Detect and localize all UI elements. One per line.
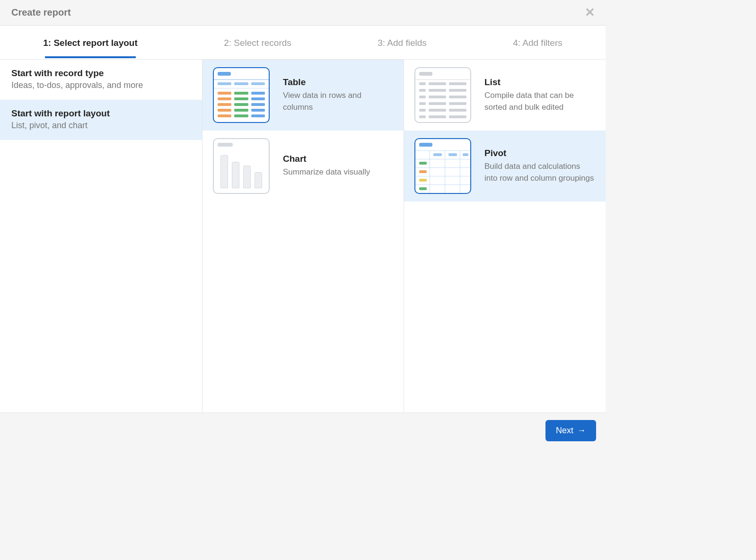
step-select-records[interactable]: 2: Select records — [219, 27, 296, 58]
modal-header: Create report ✕ — [0, 0, 606, 26]
start-mode-list: Start with record type Ideas, to-dos, ap… — [0, 60, 202, 412]
grid-filler — [202, 201, 404, 412]
option-record-type[interactable]: Start with record type Ideas, to-dos, ap… — [0, 60, 202, 100]
option-title: Start with report layout — [11, 108, 191, 119]
grid-filler — [404, 201, 606, 412]
create-report-modal: Create report ✕ 1: Select report layout … — [0, 0, 606, 448]
layout-grid: Table View data in rows and columns List… — [202, 60, 606, 412]
layout-title: Table — [283, 77, 393, 88]
option-title: Start with record type — [11, 68, 191, 79]
layout-title: List — [484, 77, 595, 88]
modal-footer: Next → — [0, 412, 606, 448]
option-report-layout[interactable]: Start with report layout List, pivot, an… — [0, 100, 202, 140]
step-add-filters[interactable]: 4: Add filters — [508, 27, 567, 58]
modal-body: Start with record type Ideas, to-dos, ap… — [0, 60, 606, 412]
layout-card-chart[interactable]: Chart Summarize data visually — [202, 131, 404, 201]
option-subtitle: List, pivot, and chart — [11, 121, 191, 131]
list-thumb-icon — [414, 67, 471, 123]
wizard-steps: 1: Select report layout 2: Select record… — [0, 26, 606, 60]
layout-card-pivot[interactable]: Pivot Build data and calculations into r… — [404, 131, 606, 201]
layout-desc: View data in rows and columns — [283, 89, 393, 114]
step-add-fields[interactable]: 3: Add fields — [373, 27, 431, 58]
close-icon[interactable]: ✕ — [583, 3, 597, 22]
modal-title: Create report — [11, 7, 71, 18]
layout-desc: Compile data that can be sorted and bulk… — [484, 89, 595, 114]
next-button[interactable]: Next → — [545, 420, 596, 441]
layout-desc: Build data and calculations into row and… — [484, 160, 595, 184]
option-subtitle: Ideas, to-dos, approvals, and more — [11, 80, 191, 90]
pivot-thumb-icon — [414, 138, 471, 194]
arrow-right-icon: → — [577, 426, 586, 436]
layout-title: Chart — [283, 154, 393, 164]
chart-thumb-icon — [213, 138, 270, 194]
layout-card-list[interactable]: List Compile data that can be sorted and… — [404, 60, 606, 131]
next-label: Next — [556, 426, 573, 436]
layout-title: Pivot — [484, 148, 595, 158]
layout-desc: Summarize data visually — [283, 166, 393, 178]
layout-card-table[interactable]: Table View data in rows and columns — [202, 60, 404, 131]
step-select-layout[interactable]: 1: Select report layout — [38, 27, 142, 58]
table-thumb-icon — [213, 67, 270, 123]
